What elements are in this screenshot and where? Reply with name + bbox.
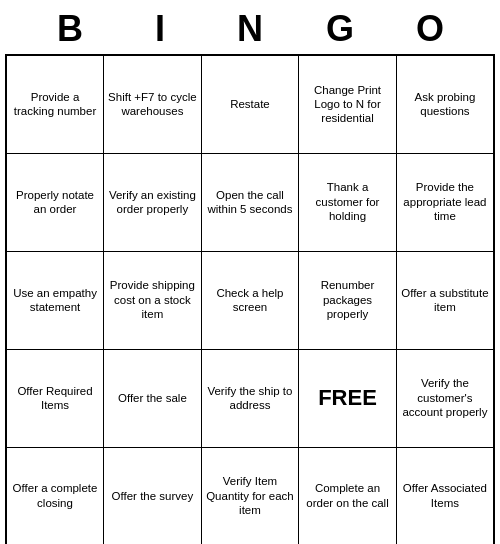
bingo-title-row: B I N G O [0, 0, 500, 54]
bingo-grid: Provide a tracking numberShift +F7 to cy… [5, 54, 495, 544]
letter-i: I [115, 8, 205, 50]
cell-r4-c4[interactable]: Offer Associated Items [396, 447, 494, 544]
cell-r1-c2[interactable]: Open the call within 5 seconds [201, 153, 298, 251]
cell-r4-c1[interactable]: Offer the survey [104, 447, 202, 544]
cell-r0-c2[interactable]: Restate [201, 55, 298, 153]
cell-r1-c3[interactable]: Thank a customer for holding [299, 153, 397, 251]
cell-r3-c4[interactable]: Verify the customer's account properly [396, 349, 494, 447]
cell-r2-c2[interactable]: Check a help screen [201, 251, 298, 349]
cell-r0-c3[interactable]: Change Print Logo to N for residential [299, 55, 397, 153]
cell-r1-c0[interactable]: Properly notate an order [6, 153, 104, 251]
letter-g: G [295, 8, 385, 50]
cell-r4-c2[interactable]: Verify Item Quantity for each item [201, 447, 298, 544]
cell-r4-c3[interactable]: Complete an order on the call [299, 447, 397, 544]
cell-r0-c0[interactable]: Provide a tracking number [6, 55, 104, 153]
cell-r2-c1[interactable]: Provide shipping cost on a stock item [104, 251, 202, 349]
cell-r3-c1[interactable]: Offer the sale [104, 349, 202, 447]
cell-r2-c3[interactable]: Renumber packages properly [299, 251, 397, 349]
cell-r3-c3[interactable]: FREE [299, 349, 397, 447]
cell-r1-c4[interactable]: Provide the appropriate lead time [396, 153, 494, 251]
cell-r3-c2[interactable]: Verify the ship to address [201, 349, 298, 447]
cell-r4-c0[interactable]: Offer a complete closing [6, 447, 104, 544]
letter-n: N [205, 8, 295, 50]
letter-b: B [25, 8, 115, 50]
cell-r1-c1[interactable]: Verify an existing order properly [104, 153, 202, 251]
cell-r0-c4[interactable]: Ask probing questions [396, 55, 494, 153]
letter-o: O [385, 8, 475, 50]
cell-r2-c0[interactable]: Use an empathy statement [6, 251, 104, 349]
cell-r0-c1[interactable]: Shift +F7 to cycle warehouses [104, 55, 202, 153]
cell-r3-c0[interactable]: Offer Required Items [6, 349, 104, 447]
cell-r2-c4[interactable]: Offer a substitute item [396, 251, 494, 349]
